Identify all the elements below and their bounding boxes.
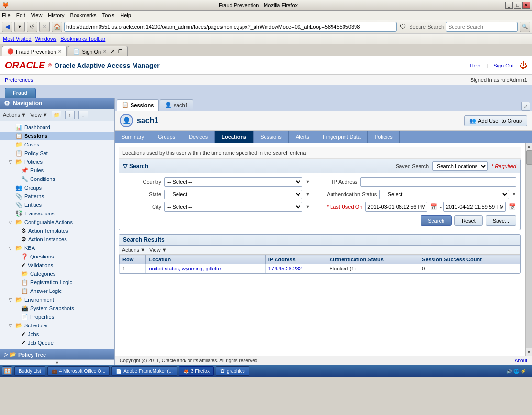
tab-fraud-prevention[interactable]: 🔴 Fraud Prevention ✕ xyxy=(2,46,67,56)
search-button[interactable]: Search xyxy=(421,215,452,226)
sidebar-item-cases[interactable]: 📁 Cases xyxy=(0,140,114,149)
sidebar-item-sessions[interactable]: 📋 Sessions xyxy=(0,132,114,140)
tab-sign-on[interactable]: 📄 Sign On ✕ ⤢ ❐ xyxy=(68,46,128,56)
sidebar-item-transactions[interactable]: 💱 Transactions xyxy=(0,209,114,218)
close-button[interactable]: ✕ xyxy=(522,2,530,9)
calendar-from-icon[interactable]: 📅 xyxy=(429,202,438,211)
sidebar-item-questions[interactable]: ❓ Questions xyxy=(0,252,114,261)
browser-search-input[interactable] xyxy=(446,22,518,32)
sidebar-item-job-queue[interactable]: ✔ Job Queue xyxy=(0,338,114,347)
actions-dropdown-btn[interactable]: Actions ▼ xyxy=(3,112,26,118)
policy-tree-section[interactable]: ▷ 📂 Policy Tree xyxy=(0,349,114,359)
home-button[interactable]: 🏠 xyxy=(52,22,62,32)
maximize-button[interactable]: □ xyxy=(514,2,521,9)
tab-expand-icon[interactable]: ⤢ xyxy=(111,49,114,54)
auth-status-select[interactable]: -- Select -- xyxy=(379,190,509,199)
view-dropdown-btn[interactable]: View ▼ xyxy=(30,112,48,118)
save-button[interactable]: Save... xyxy=(486,215,516,226)
sidebar-item-configurable-actions[interactable]: ▽ 📂 Configurable Actions xyxy=(0,218,114,226)
taskbar-firefox[interactable]: 🦊 3 Firefox xyxy=(179,366,214,376)
sidebar-item-rules[interactable]: 📌 Rules xyxy=(0,166,114,175)
tab-sessions[interactable]: Sessions xyxy=(254,131,289,143)
preferences-link[interactable]: Preferences xyxy=(5,77,33,83)
right-scrollbar[interactable]: ▲ ▼ xyxy=(525,143,532,356)
results-actions-btn[interactable]: Actions ▼ xyxy=(122,247,145,253)
back-button[interactable]: ◀ xyxy=(2,22,12,32)
menu-history[interactable]: History xyxy=(48,12,64,18)
panel-expand-btn[interactable]: ⤢ xyxy=(521,102,530,111)
scroll-down-btn[interactable]: ▼ xyxy=(526,349,532,356)
sidebar-item-patterns[interactable]: 📎 Patterns xyxy=(0,192,114,201)
taskbar-graphics[interactable]: 🖼 graphics xyxy=(216,366,249,376)
sidebar-item-categories[interactable]: 📂 Categories xyxy=(0,269,114,278)
taskbar-ms-office[interactable]: 💼 4 Microsoft Office O... xyxy=(47,366,110,376)
ip-address-input[interactable] xyxy=(360,177,516,187)
help-link[interactable]: Help xyxy=(470,63,481,68)
tab-groups[interactable]: Groups xyxy=(151,131,182,143)
results-view-btn[interactable]: View ▼ xyxy=(149,247,167,253)
menu-file[interactable]: File xyxy=(2,12,11,18)
tab-summary[interactable]: Summary xyxy=(115,131,151,143)
sidebar-item-conditions[interactable]: 🔧 Conditions xyxy=(0,175,114,183)
tab-fingerprint-data[interactable]: Fingerprint Data xyxy=(316,131,368,143)
date-from-input[interactable] xyxy=(365,202,427,212)
sidebar-item-registration-logic[interactable]: 📋 Registration Logic xyxy=(0,278,114,287)
forward-dropdown[interactable]: ▼ xyxy=(14,22,25,32)
sidebar-item-action-templates[interactable]: ⚙ Action Templates xyxy=(0,226,114,235)
cell-location[interactable]: united states, wyoming, gillette xyxy=(146,264,265,273)
cell-ip-address[interactable]: 174.45.26.232 xyxy=(265,264,326,273)
sidebar-item-dashboard[interactable]: 📊 Dashboard xyxy=(0,123,114,132)
sidebar-item-policy-set[interactable]: 📋 Policy Set xyxy=(0,149,114,157)
scroll-thumb[interactable] xyxy=(526,150,532,165)
fraud-tab[interactable]: Fraud xyxy=(5,88,36,98)
tab-alerts[interactable]: Alerts xyxy=(289,131,316,143)
sidebar-item-policies[interactable]: ▽ 📂 Policies xyxy=(0,157,114,166)
sign-out-link[interactable]: Sign Out xyxy=(493,63,514,68)
fraud-prevention-tab-close[interactable]: ✕ xyxy=(58,49,62,54)
sidebar-item-entities[interactable]: 📎 Entities xyxy=(0,201,114,209)
sidebar-folder-btn[interactable]: 📁 xyxy=(52,111,61,119)
bookmark-windows[interactable]: Windows xyxy=(35,36,57,42)
reload-button[interactable]: ↺ xyxy=(27,22,37,32)
sidebar-item-properties[interactable]: 📄 Properties xyxy=(0,313,114,321)
tab-devices[interactable]: Devices xyxy=(182,131,215,143)
sidebar-item-action-instances[interactable]: ⚙ Action Instances xyxy=(0,235,114,244)
date-to-input[interactable] xyxy=(443,202,506,212)
menu-help[interactable]: Help xyxy=(120,12,131,18)
state-select[interactable]: -- Select -- xyxy=(164,190,302,199)
menu-tools[interactable]: Tools xyxy=(102,12,115,18)
tab-restore-icon[interactable]: ❐ xyxy=(118,49,122,54)
tab-locations[interactable]: Locations xyxy=(215,131,254,143)
scroll-up-btn[interactable]: ▲ xyxy=(526,143,532,150)
bookmark-toolbar[interactable]: Bookmarks Toolbar xyxy=(60,36,105,42)
taskbar-buddy-list[interactable]: Buddy List xyxy=(14,366,45,376)
start-button[interactable]: 🪟 xyxy=(2,366,12,376)
about-link[interactable]: About xyxy=(515,358,527,363)
sidebar-item-validations[interactable]: ✔ Validations xyxy=(0,261,114,269)
search-collapse-icon[interactable]: ▽ xyxy=(123,163,127,169)
search-go-button[interactable]: 🔍 xyxy=(520,22,530,32)
stop-button[interactable]: ✕ xyxy=(39,22,50,32)
sidebar-item-scheduler[interactable]: ▽ 📂 Scheduler xyxy=(0,321,114,330)
sidebar-up-btn[interactable]: ↑ xyxy=(65,111,75,119)
url-bar[interactable] xyxy=(64,22,397,32)
tab-policies[interactable]: Policies xyxy=(368,131,400,143)
minimize-button[interactable]: _ xyxy=(505,2,513,9)
add-user-to-group-button[interactable]: 👥 Add User to Group xyxy=(464,115,527,126)
sidebar-item-groups[interactable]: 👥 Groups xyxy=(0,183,114,192)
panel-tab-sessions[interactable]: 📋 Sessions xyxy=(117,99,159,111)
sidebar-item-kba[interactable]: ▽ 📂 KBA xyxy=(0,244,114,252)
country-select[interactable]: -- Select -- xyxy=(164,177,302,187)
calendar-to-icon[interactable]: 📅 xyxy=(508,202,516,211)
reset-button[interactable]: Reset xyxy=(454,215,483,226)
sidebar-item-environment[interactable]: ▽ 📂 Environment xyxy=(0,295,114,304)
menu-edit[interactable]: Edit xyxy=(16,12,25,18)
sidebar-item-jobs[interactable]: ✔ Jobs xyxy=(0,330,114,338)
menu-bookmarks[interactable]: Bookmarks xyxy=(70,12,97,18)
sidebar-item-system-snapshots[interactable]: 📸 System Snapshots xyxy=(0,304,114,313)
city-select[interactable]: -- Select -- xyxy=(164,202,302,212)
saved-search-select[interactable]: Search Locations xyxy=(432,161,488,171)
sidebar-item-answer-logic[interactable]: 📋 Answer Logic xyxy=(0,287,114,295)
bookmark-most-visited[interactable]: Most Visited xyxy=(3,36,32,42)
sign-on-tab-close[interactable]: ✕ xyxy=(103,49,107,54)
